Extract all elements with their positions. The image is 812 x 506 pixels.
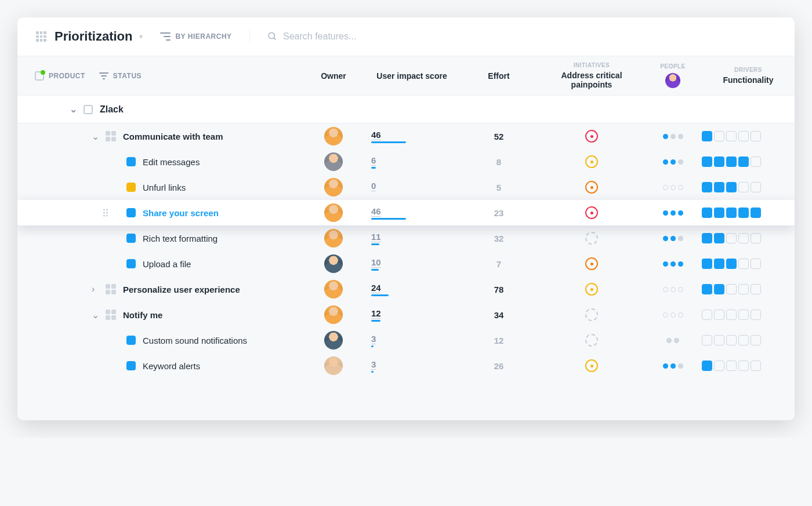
impact-score[interactable]: 3: [371, 334, 376, 344]
feature-title: Edit messages: [143, 157, 200, 167]
effort-value[interactable]: 5: [458, 183, 539, 192]
driver-boxes[interactable]: [702, 310, 795, 320]
people-dots[interactable]: [644, 312, 702, 318]
driver-boxes[interactable]: [702, 361, 795, 371]
driver-boxes[interactable]: [702, 259, 795, 269]
chevron-right-icon[interactable]: ›: [92, 284, 99, 294]
impact-score[interactable]: 46: [371, 206, 381, 216]
table-row[interactable]: Custom sound notifications312: [17, 327, 795, 353]
table-row[interactable]: Unfurl links05: [17, 174, 795, 200]
effort-value[interactable]: 78: [458, 285, 539, 294]
driver-boxes[interactable]: [702, 335, 795, 345]
effort-value[interactable]: 23: [458, 208, 539, 218]
avatar[interactable]: [324, 305, 343, 324]
initiative-target-icon[interactable]: [585, 334, 598, 347]
feature-title: Notify me: [123, 310, 162, 320]
initiative-target-icon[interactable]: [585, 257, 598, 270]
chevron-down-icon[interactable]: ⌄: [92, 310, 99, 321]
initiative-target-icon[interactable]: [585, 232, 598, 245]
view-switcher[interactable]: Prioritization ▾: [35, 29, 143, 44]
people-dots[interactable]: [644, 261, 702, 267]
table-row[interactable]: ⌄Notify me1234: [17, 302, 795, 327]
avatar[interactable]: [324, 280, 343, 298]
table-row[interactable]: Share your screen4623: [17, 200, 795, 225]
score-bar: [371, 371, 374, 373]
table-row[interactable]: ›Personalize user experience2478: [17, 276, 795, 302]
impact-score[interactable]: 11: [371, 232, 381, 242]
avatar[interactable]: [324, 127, 343, 145]
score-bar: [371, 167, 376, 169]
search-input[interactable]: [283, 31, 777, 42]
drag-handle-icon[interactable]: [103, 209, 108, 217]
column-header-people[interactable]: PEOPLE: [644, 56, 702, 95]
column-header-initiatives[interactable]: INITIATIVES Address critical painpoints: [539, 56, 644, 95]
view-title: Prioritization: [55, 29, 132, 44]
impact-score[interactable]: 24: [371, 283, 381, 293]
effort-value[interactable]: 12: [458, 336, 539, 345]
feature-title: Personalize user experience: [123, 285, 240, 294]
squares-icon: [106, 284, 116, 294]
people-dots[interactable]: [644, 236, 702, 241]
initiative-target-icon[interactable]: [585, 130, 598, 143]
impact-score[interactable]: 3: [371, 359, 376, 369]
impact-score[interactable]: 6: [371, 155, 376, 165]
score-bar: [371, 345, 374, 347]
table-row[interactable]: Keyword alerts326: [17, 353, 795, 378]
table-row[interactable]: Upload a file107: [17, 251, 795, 276]
column-header-drivers[interactable]: DRIVERS Functionality: [702, 56, 795, 95]
initiative-target-icon[interactable]: [585, 359, 598, 372]
people-dots[interactable]: [644, 287, 702, 292]
driver-boxes[interactable]: [702, 233, 795, 243]
avatar[interactable]: [324, 356, 343, 375]
initiative-target-icon[interactable]: [585, 181, 598, 194]
status-filter[interactable]: STATUS: [99, 72, 142, 80]
divider: [249, 30, 250, 43]
table-row[interactable]: ⌄Communicate with team4652: [17, 123, 795, 149]
initiative-target-icon[interactable]: [585, 155, 598, 168]
driver-boxes[interactable]: [702, 284, 795, 294]
impact-score[interactable]: 0: [371, 181, 376, 191]
avatar[interactable]: [324, 178, 343, 196]
people-dots[interactable]: [644, 210, 702, 216]
initiative-target-icon[interactable]: [585, 206, 598, 219]
effort-value[interactable]: 26: [458, 361, 539, 371]
avatar[interactable]: [324, 229, 343, 247]
people-dots[interactable]: [644, 159, 702, 165]
driver-boxes[interactable]: [702, 131, 795, 141]
filter-icon: [99, 72, 108, 79]
group-header-zlack[interactable]: ⌄ Zlack: [17, 96, 795, 123]
column-header-effort[interactable]: Effort: [458, 56, 539, 95]
people-dots[interactable]: [644, 134, 702, 139]
table-row[interactable]: Rich text formatting1132: [17, 225, 795, 251]
people-dots[interactable]: [644, 363, 702, 369]
driver-boxes[interactable]: [702, 208, 795, 218]
column-header-impact[interactable]: User impact score: [365, 56, 458, 95]
driver-boxes[interactable]: [702, 156, 795, 167]
people-dots[interactable]: [644, 338, 702, 343]
table-row[interactable]: Edit messages68: [17, 149, 795, 174]
initiative-target-icon[interactable]: [585, 283, 598, 296]
effort-value[interactable]: 32: [458, 234, 539, 243]
avatar[interactable]: [324, 331, 343, 350]
initiative-target-icon[interactable]: [585, 308, 598, 321]
column-header-owner[interactable]: Owner: [302, 56, 365, 95]
effort-value[interactable]: 52: [458, 132, 539, 141]
impact-score[interactable]: 10: [371, 257, 381, 267]
effort-value[interactable]: 8: [458, 157, 539, 167]
avatar[interactable]: [324, 152, 343, 171]
chevron-down-icon[interactable]: ⌄: [92, 131, 99, 142]
product-filter[interactable]: PRODUCT: [35, 71, 85, 81]
avatar[interactable]: [324, 254, 343, 273]
effort-value[interactable]: 34: [458, 310, 539, 320]
people-dots[interactable]: [644, 185, 702, 190]
impact-score[interactable]: 12: [371, 308, 381, 318]
group-by-button[interactable]: BY HIERARCHY: [160, 32, 231, 41]
impact-score[interactable]: 46: [371, 130, 381, 140]
score-bar: [371, 243, 379, 245]
effort-value[interactable]: 7: [458, 259, 539, 269]
avatar[interactable]: [324, 203, 343, 222]
feature-title: Custom sound notifications: [143, 336, 247, 345]
search-wrapper: [267, 31, 777, 42]
svg-point-0: [269, 32, 274, 38]
driver-boxes[interactable]: [702, 182, 795, 192]
